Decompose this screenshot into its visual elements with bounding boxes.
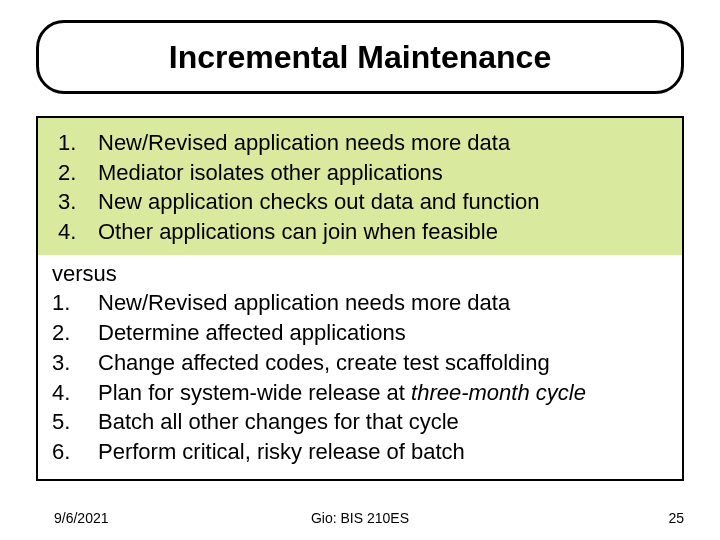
list-text: New application checks out data and func…	[98, 187, 668, 217]
list-text: New/Revised application needs more data	[98, 128, 668, 158]
bottom-section: versus 1. New/Revised application needs …	[38, 255, 682, 479]
list-item: 4. Other applications can join when feas…	[52, 217, 668, 247]
list-text-part: Plan for system-wide release at	[98, 380, 411, 405]
list-number: 1.	[52, 288, 98, 318]
list-item: 3. Change affected codes, create test sc…	[52, 348, 668, 378]
list-item: 1. New/Revised application needs more da…	[52, 128, 668, 158]
list-text: Change affected codes, create test scaff…	[98, 348, 668, 378]
list-text: Perform critical, risky release of batch	[98, 437, 668, 467]
content-box: 1. New/Revised application needs more da…	[36, 116, 684, 481]
footer-page-number: 25	[668, 510, 684, 526]
list-number: 3.	[52, 187, 98, 217]
list-item: 2. Determine affected applications	[52, 318, 668, 348]
list-text: Batch all other changes for that cycle	[98, 407, 668, 437]
list-number: 4.	[52, 217, 98, 247]
list-number: 2.	[52, 318, 98, 348]
versus-label: versus	[52, 259, 668, 289]
list-number: 3.	[52, 348, 98, 378]
list-item: 4. Plan for system-wide release at three…	[52, 378, 668, 408]
list-item: 2. Mediator isolates other applications	[52, 158, 668, 188]
list-item: 1. New/Revised application needs more da…	[52, 288, 668, 318]
list-text-italic: three-month cycle	[411, 380, 586, 405]
slide-title: Incremental Maintenance	[169, 39, 551, 76]
footer: 9/6/2021 Gio: BIS 210ES 25	[0, 510, 720, 526]
list-number: 5.	[52, 407, 98, 437]
list-text: Mediator isolates other applications	[98, 158, 668, 188]
list-number: 1.	[52, 128, 98, 158]
footer-date: 9/6/2021	[54, 510, 109, 526]
list-number: 6.	[52, 437, 98, 467]
title-box: Incremental Maintenance	[36, 20, 684, 94]
list-item: 5. Batch all other changes for that cycl…	[52, 407, 668, 437]
top-list: 1. New/Revised application needs more da…	[38, 118, 682, 255]
list-number: 2.	[52, 158, 98, 188]
list-text: Plan for system-wide release at three-mo…	[98, 378, 668, 408]
list-item: 6. Perform critical, risky release of ba…	[52, 437, 668, 467]
list-text: Other applications can join when feasibl…	[98, 217, 668, 247]
list-text: Determine affected applications	[98, 318, 668, 348]
list-number: 4.	[52, 378, 98, 408]
list-text: New/Revised application needs more data	[98, 288, 668, 318]
list-item: 3. New application checks out data and f…	[52, 187, 668, 217]
